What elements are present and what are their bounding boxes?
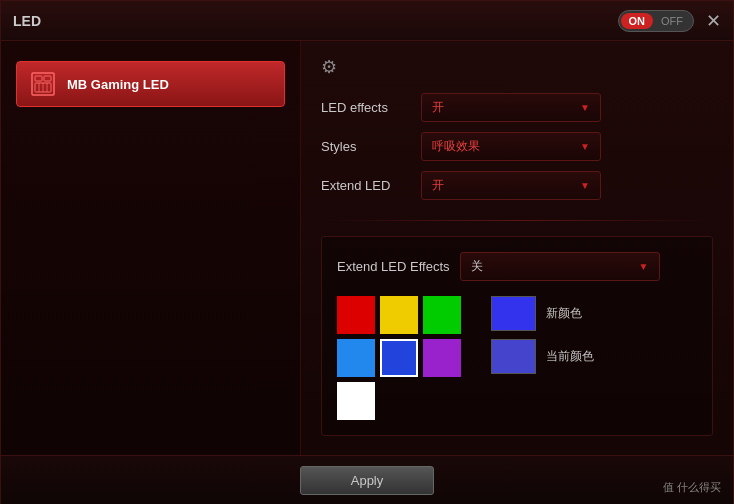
extend-led-effects-dropdown[interactable]: 关 ▼ xyxy=(460,252,660,281)
color-cell-0[interactable] xyxy=(337,296,375,334)
color-preview: 新颜色 当前颜色 xyxy=(491,296,594,374)
color-grid xyxy=(337,296,461,420)
color-cell-2[interactable] xyxy=(423,296,461,334)
new-color-label: 新颜色 xyxy=(546,305,582,322)
styles-row: Styles 呼吸效果 ▼ xyxy=(321,132,713,161)
right-panel: ⚙ LED effects 开 ▼ Styles 呼吸效果 ▼ xyxy=(301,41,733,455)
extend-led-effects-label: Extend LED Effects xyxy=(337,259,450,274)
color-cell-3[interactable] xyxy=(337,339,375,377)
svg-rect-1 xyxy=(35,76,42,81)
color-cell-6[interactable] xyxy=(337,382,375,420)
power-toggle[interactable]: ON OFF xyxy=(618,10,695,32)
extend-led-dropdown[interactable]: 开 ▼ xyxy=(421,171,601,200)
extend-led-value: 开 xyxy=(432,177,444,194)
styles-arrow: ▼ xyxy=(580,141,590,152)
extend-led-label: Extend LED xyxy=(321,178,411,193)
watermark: 值 什么得买 xyxy=(663,480,721,495)
extend-led-effects-arrow: ▼ xyxy=(639,261,649,272)
color-cell-1[interactable] xyxy=(380,296,418,334)
sidebar: MB Gaming LED xyxy=(1,41,301,455)
led-effects-label: LED effects xyxy=(321,100,411,115)
title-controls: ON OFF ✕ xyxy=(618,10,722,32)
extend-led-row: Extend LED 开 ▼ xyxy=(321,171,713,200)
styles-label: Styles xyxy=(321,139,411,154)
settings-rows: LED effects 开 ▼ Styles 呼吸效果 ▼ Ex xyxy=(321,93,713,200)
styles-dropdown[interactable]: 呼吸效果 ▼ xyxy=(421,132,601,161)
color-cell-7[interactable] xyxy=(380,382,418,420)
main-window: LED ON OFF ✕ xyxy=(0,0,734,504)
led-effects-row: LED effects 开 ▼ xyxy=(321,93,713,122)
bottom-bar: Apply 值 什么得买 xyxy=(1,455,733,504)
extend-led-effects-row: Extend LED Effects 关 ▼ xyxy=(337,252,697,281)
extend-led-section: Extend LED Effects 关 ▼ 新颜色 xyxy=(321,236,713,436)
toggle-on-label: ON xyxy=(621,13,654,29)
gear-icon: ⚙ xyxy=(321,56,713,78)
new-color-row: 新颜色 xyxy=(491,296,594,331)
main-content: MB Gaming LED ⚙ LED effects 开 ▼ Styles xyxy=(1,41,733,455)
close-button[interactable]: ✕ xyxy=(706,12,721,30)
extend-led-arrow: ▼ xyxy=(580,180,590,191)
svg-rect-2 xyxy=(44,76,51,81)
color-area: 新颜色 当前颜色 xyxy=(337,296,697,420)
apply-button[interactable]: Apply xyxy=(300,466,435,495)
window-title: LED xyxy=(13,13,41,29)
color-cell-5[interactable] xyxy=(423,339,461,377)
current-color-label: 当前颜色 xyxy=(546,348,594,365)
led-effects-arrow: ▼ xyxy=(580,102,590,113)
extend-led-effects-value: 关 xyxy=(471,258,483,275)
color-cell-8[interactable] xyxy=(423,382,461,420)
toggle-off-label: OFF xyxy=(653,13,691,29)
styles-value: 呼吸效果 xyxy=(432,138,480,155)
title-bar: LED ON OFF ✕ xyxy=(1,1,733,41)
current-color-row: 当前颜色 xyxy=(491,339,594,374)
sidebar-item-label: MB Gaming LED xyxy=(67,77,169,92)
sidebar-item-mb-gaming-led[interactable]: MB Gaming LED xyxy=(16,61,285,107)
new-color-swatch[interactable] xyxy=(491,296,536,331)
current-color-swatch xyxy=(491,339,536,374)
led-effects-value: 开 xyxy=(432,99,444,116)
mb-icon xyxy=(29,70,57,98)
divider xyxy=(321,220,713,221)
color-cell-4[interactable] xyxy=(380,339,418,377)
led-effects-dropdown[interactable]: 开 ▼ xyxy=(421,93,601,122)
